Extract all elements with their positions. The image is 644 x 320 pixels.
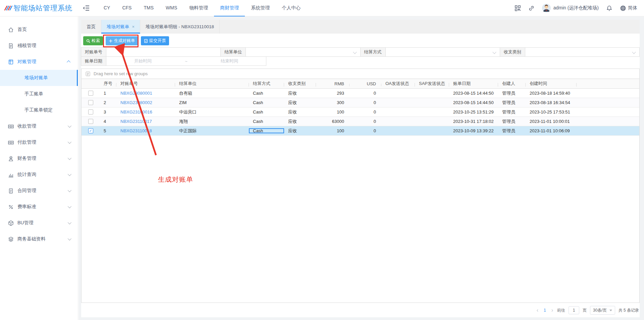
top-menu-item[interactable]: WMS [160, 0, 183, 16]
table-row[interactable]: 1NBXG23080001自有箱Cash应收29302023-08-15 14:… [82, 89, 639, 98]
content-tab[interactable]: 首页 [81, 20, 101, 34]
row-checkbox[interactable] [88, 100, 93, 105]
column-header-bill_no[interactable]: 对账单号 [116, 81, 175, 87]
bill-no-filter-label: 对账单号 [81, 47, 106, 57]
cell-bill_no[interactable]: NBXG23080001 [116, 91, 175, 96]
sidebar-item-icon [8, 156, 14, 162]
top-menu-item[interactable]: 个人中心 [276, 0, 307, 16]
cell-created: 2023-11-01 10:00:01 [526, 119, 577, 124]
row-checkbox[interactable] [88, 91, 93, 96]
link-icon[interactable] [528, 5, 535, 11]
sidebar-item-icon [8, 188, 14, 194]
column-header-usd[interactable]: USD [350, 81, 381, 86]
generate-bill-button[interactable]: 生成对账单 [106, 36, 138, 45]
prev-page-icon[interactable]: ‹ [536, 308, 539, 312]
sidebar-item[interactable]: 商务基础资料 [0, 231, 78, 247]
chevron-icon [68, 221, 71, 224]
column-header-bill_date[interactable]: 账单日期 [449, 81, 498, 87]
cell-creator: 管理员 [498, 128, 526, 134]
income-type-select[interactable] [525, 47, 640, 57]
cell-usd: 0 [350, 119, 381, 124]
bill-link[interactable]: NBXG23110017 [120, 119, 152, 124]
current-page[interactable]: 1 [542, 308, 547, 313]
top-menu-item[interactable]: CFS [116, 0, 138, 16]
chevron-icon [68, 172, 71, 176]
cell-bill_no[interactable]: NBXG23110017 [116, 119, 175, 124]
chevron-down-icon [632, 50, 636, 54]
sidebar-item[interactable]: 堆场对账单 [0, 70, 78, 86]
cell-bill_no[interactable]: NBXG23080002 [116, 100, 175, 105]
bill-link[interactable]: NBXG23100016 [120, 109, 152, 115]
cell-bill_no[interactable]: NBXG23100016 [116, 109, 175, 115]
tab-close-icon[interactable]: × [132, 24, 135, 29]
bill-link[interactable]: NBXG23080001 [120, 91, 152, 96]
settle-method-select[interactable] [385, 47, 500, 57]
top-menu-item[interactable]: 商财管理 [214, 0, 245, 16]
date-end-placeholder[interactable]: 结束时间 [193, 58, 266, 64]
sidebar-item[interactable]: 合同管理 [0, 183, 78, 199]
column-header-sap[interactable]: SAP发送状态 [415, 81, 449, 87]
top-menu-item[interactable]: 物料管理 [183, 0, 214, 16]
sidebar-item[interactable]: 对账管理 [0, 54, 78, 70]
sidebar-item[interactable]: 财务管理 [0, 150, 78, 167]
column-header-method[interactable]: 结算方式 [249, 81, 284, 87]
next-page-icon[interactable]: › [551, 308, 554, 312]
column-header-creator[interactable]: 创建人 [498, 81, 526, 87]
submit-invoice-button[interactable]: 提交开票 [141, 36, 169, 45]
table-row[interactable]: 4NBXG23110017海翔Cash应收6300002023-10-31 17… [82, 117, 639, 126]
row-checkbox[interactable] [88, 109, 93, 115]
search-button[interactable]: 检索 [83, 36, 103, 45]
content-tab[interactable]: 堆场对账单明细 - NBXG23110018 [140, 20, 220, 34]
bill-no-input[interactable] [106, 48, 220, 56]
sidebar-item[interactable]: 手工账单锁定 [0, 102, 78, 118]
page-size-select[interactable]: 30条/页 [590, 306, 615, 315]
date-start-placeholder[interactable]: 开始时间 [106, 58, 179, 64]
table-row[interactable]: ✓5NBXG23110018中正国际Cash应收10002023-10-09 1… [82, 126, 639, 136]
column-header-oa[interactable]: OA发送状态 [381, 81, 415, 87]
chevron-icon [68, 188, 71, 192]
pagination-bar: ‹ 1 › 前往 页 30条/页 共 5 条记录 [81, 303, 640, 315]
language-switch[interactable]: 简体 [620, 5, 637, 11]
bill-date-range-picker[interactable]: 开始时间 ~ 结束时间 [106, 56, 266, 66]
cell-creator: 管理员 [498, 119, 526, 125]
cell-bill_no[interactable]: NBXG23110018 [116, 128, 175, 133]
sidebar-item[interactable]: 收款管理 [0, 118, 78, 134]
sidebar-collapse-icon[interactable] [83, 4, 90, 12]
settle-unit-select[interactable] [246, 47, 360, 57]
sidebar-item-label: 对账管理 [17, 59, 36, 65]
top-menu-item[interactable]: TMS [138, 0, 160, 16]
row-checkbox[interactable] [88, 119, 93, 124]
content-tab[interactable]: 堆场对账单 × [101, 20, 140, 34]
cell-unit: 自有箱 [175, 90, 249, 96]
top-menu-item[interactable]: CY [98, 0, 116, 16]
row-checkbox-checked[interactable]: ✓ [88, 128, 93, 133]
bell-icon[interactable] [606, 5, 612, 11]
column-header-serial[interactable]: 序号 [100, 81, 116, 87]
column-header-unit[interactable]: 结算单位 [175, 81, 249, 87]
sidebar-item[interactable]: 付款管理 [0, 134, 78, 150]
cell-created: 2023-08-18 16:34:54 [526, 100, 577, 105]
goto-page-input[interactable] [569, 306, 579, 314]
table-row[interactable]: 2NBXG23080002ZIMCash应收30002023-08-15 14:… [82, 98, 639, 107]
sidebar-item[interactable]: 费率标准 [0, 199, 78, 215]
sidebar-item-icon [8, 43, 14, 49]
cell-serial: 1 [100, 91, 116, 96]
app-logo: 智能场站管理系统 [0, 3, 78, 13]
table-row[interactable]: 3NBXG23100016中远营口Cash应收10002023-10-25 13… [82, 107, 639, 117]
sidebar-item[interactable]: 首页 [0, 21, 78, 38]
sidebar-item[interactable]: 手工账单 [0, 86, 78, 102]
user-menu[interactable]: admin (远洋仓配堆场) [542, 4, 599, 12]
column-header-created[interactable]: 创建时间 [526, 81, 577, 87]
sidebar-item[interactable]: BU管理 [0, 215, 78, 231]
column-header-type[interactable]: 收支类别 [284, 81, 316, 87]
row-group-dropzone[interactable]: Drag here to set row groups [82, 69, 639, 79]
sidebar-item[interactable]: 稽核管理 [0, 38, 78, 54]
tab-label: 首页 [87, 24, 96, 30]
top-menu-item[interactable]: 系统管理 [245, 0, 276, 16]
grid-header: 序号对账单号结算单位结算方式收支类别RMBUSDOA发送状态SAP发送状态账单日… [82, 79, 639, 89]
sidebar-item[interactable]: 统计查询 [0, 167, 78, 183]
column-header-rmb[interactable]: RMB [316, 81, 350, 86]
bill-link[interactable]: NBXG23110018 [120, 128, 152, 133]
qrcode-icon[interactable] [515, 5, 521, 11]
bill-link[interactable]: NBXG23080002 [120, 100, 152, 105]
